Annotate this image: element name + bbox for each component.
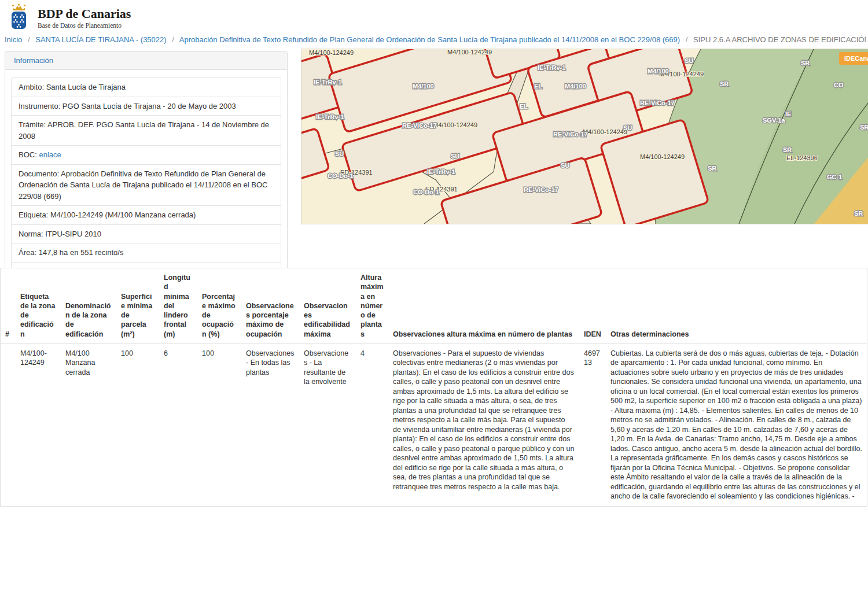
map-zone-label: SR: [720, 80, 729, 87]
map-zone-label: SU: [623, 124, 632, 131]
map-zone-label: M4/100: [413, 83, 434, 90]
app-subtitle: Base de Datos de Planeamiento: [38, 22, 131, 29]
map-zone-label: EL: [534, 83, 542, 90]
map-zone-label: M4/100-124249: [447, 49, 492, 56]
info-row-etiqueta: Etiqueta: M4/100-124249 (M4/100 Manzana …: [12, 205, 281, 224]
canarias-coat-of-arms-icon: [6, 3, 32, 31]
cell-obs-altura: Observaciones - Para el supuesto de vivi…: [388, 344, 579, 506]
map-zone-label: M4/100-124249: [640, 153, 685, 160]
cell-etiqueta: M4/100-124249: [16, 344, 61, 506]
map-zone-label: SR: [783, 146, 792, 153]
map-zone-label: CO-Do-1: [328, 172, 354, 179]
zoning-table-panel: # Etiqueta de la zona de edificación Den…: [0, 268, 867, 507]
map-zone-label: IE: [785, 110, 791, 117]
cell-index: [1, 344, 16, 506]
app-title: BDP de Canarias: [38, 7, 131, 21]
idecanarias-badge[interactable]: IDECanarias: [839, 52, 868, 65]
map-zone-label: SU: [685, 57, 693, 64]
col-header-superficie: Superficie mínima de parcela (m²): [116, 268, 159, 344]
map-zone-label: IE-TrRv-1: [427, 168, 455, 175]
info-row-boc: BOC: enlace: [12, 145, 281, 164]
map-zone-label: SGV-1a: [763, 117, 785, 124]
info-list: Ambito: Santa Lucía de Tirajana Instrume…: [11, 77, 281, 281]
map-zone-label: RE-ViCo-17: [640, 99, 675, 106]
cell-obs-ocupacion: Observaciones - En todas las plantas: [241, 344, 299, 506]
col-header-obs-altura: Observaciones altura máxima en número de…: [388, 268, 579, 344]
cell-longitud: 6: [159, 344, 197, 506]
col-header-porcentaje: Porcentaje máximo de ocupación (%): [197, 268, 241, 344]
col-header-etiqueta: Etiqueta de la zona de edificación: [16, 268, 61, 344]
map-zone-label: M4/100-124249: [583, 128, 627, 135]
map-zone-label: SU: [451, 153, 459, 160]
breadcrumb: Inicio / SANTA LUCÍA DE TIRAJANA - (3502…: [5, 35, 866, 44]
map-zone-label: M4/100: [565, 83, 586, 90]
boc-link[interactable]: enlace: [39, 150, 61, 159]
col-header-denominacion: Denominación de la zona de edificación: [61, 268, 116, 344]
app-header: BDP de Canarias Base de Datos de Planeam…: [6, 3, 131, 33]
info-row-instrumento: Instrumento: PGO Santa Lucía de Tirajana…: [12, 97, 281, 116]
cell-superficie: 100: [116, 344, 159, 506]
cell-porcentaje: 100: [197, 344, 241, 506]
breadcrumb-separator: /: [172, 35, 174, 44]
cell-denominacion: M4/100 Manzana cerrada: [61, 344, 116, 506]
map-zone-label: M4/100-124249: [433, 121, 477, 128]
map-zone-label: SR: [801, 60, 810, 67]
info-row-documento: Documento: Aprobación Definitiva de Text…: [12, 164, 281, 206]
map-zone-label: RE-ViCo-17: [402, 122, 437, 129]
breadcrumb-link-inicio[interactable]: Inicio: [5, 35, 22, 44]
zoning-table: # Etiqueta de la zona de edificación Den…: [1, 268, 867, 506]
col-header-longitud: Longitud mínima del lindero frontal (m): [159, 268, 197, 344]
boc-label: BOC:: [19, 150, 37, 159]
col-header-obs-edificabilidad: Observaciones edificabilidad máxima: [299, 268, 356, 344]
table-header-row: # Etiqueta de la zona de edificación Den…: [1, 268, 867, 344]
map-zone-label: SR: [708, 165, 716, 172]
col-header-obs-ocupacion: Observaciones porcentaje máximo de ocupa…: [241, 268, 299, 344]
col-header-iden: IDEN: [579, 268, 606, 344]
planning-map[interactable]: M4/100-124249M4/100-124249M4/100-124249M…: [301, 49, 868, 224]
info-panel-title: Información: [5, 51, 287, 70]
col-header-altura: Altura máxima en número de plantas: [356, 268, 388, 344]
info-row-ambito: Ambito: Santa Lucía de Tirajana: [12, 78, 281, 97]
map-zone-label: GC-1: [827, 173, 842, 180]
map-zone-label: RE-ViCo-17: [524, 186, 558, 193]
app-logo[interactable]: [6, 3, 32, 33]
breadcrumb-separator: /: [28, 35, 30, 44]
info-panel: Información Ambito: Santa Lucía de Tiraj…: [5, 51, 288, 289]
map-zone-label: RE-ViCo-17: [553, 131, 588, 138]
map-zone-label: EL: [520, 103, 528, 110]
breadcrumb-link-documento[interactable]: Aprobación Definitiva de Texto Refundido…: [179, 35, 680, 44]
map-zone-label: SR: [854, 210, 863, 217]
cell-obs-edificabilidad: Observaciones - La resultante de la envo…: [299, 344, 356, 506]
map-zone-label: SU: [335, 150, 344, 157]
cell-iden: 469713: [579, 344, 606, 506]
cell-altura: 4: [356, 344, 388, 506]
map-zone-label: IE-TrRv-1: [314, 79, 341, 86]
logo-text: BDP de Canarias Base de Datos de Planeam…: [38, 7, 131, 28]
cell-otras: Cubiertas. La cubierta será de dos o más…: [606, 344, 867, 506]
page: BDP de Canarias Base de Datos de Planeam…: [0, 0, 868, 613]
map-zone-label: M4/100: [648, 68, 669, 75]
breadcrumb-link-municipio[interactable]: SANTA LUCÍA DE TIRAJANA - (35022): [35, 35, 166, 44]
map-zone-label: SR: [860, 124, 868, 131]
info-row-norma: Norma: ITPU-SIPU 2010: [12, 224, 281, 243]
col-header-index: #: [1, 268, 16, 344]
breadcrumb-current: SIPU 2.6.A ARCHIVO DE ZONAS DE EDIFICACI…: [693, 35, 866, 44]
table-row: M4/100-124249 M4/100 Manzana cerrada 100…: [1, 344, 867, 506]
info-panel-body: Ambito: Santa Lucía de Tirajana Instrume…: [5, 70, 287, 289]
map-zone-label: IE-TrRv-1: [538, 64, 565, 71]
map-zone-label: IE-TrRv-1: [316, 113, 344, 120]
info-row-tramite: Trámite: APROB. DEF. PGO Santa Lucía de …: [12, 115, 281, 145]
col-header-otras: Otras determinaciones: [606, 268, 867, 344]
map-zone-label: M4/100-124249: [309, 49, 354, 56]
map-zone-label: SU: [561, 162, 569, 169]
map-zone-label: CO: [834, 82, 844, 88]
map-zone-label: CO-Do-1: [413, 189, 439, 195]
info-row-area: Área: 147,8 ha en 551 recinto/s: [12, 243, 281, 262]
planning-map-canvas: M4/100-124249M4/100-124249M4/100-124249M…: [301, 49, 868, 224]
map-zone-label: EL-124396: [786, 154, 818, 161]
breadcrumb-separator: /: [686, 35, 688, 44]
